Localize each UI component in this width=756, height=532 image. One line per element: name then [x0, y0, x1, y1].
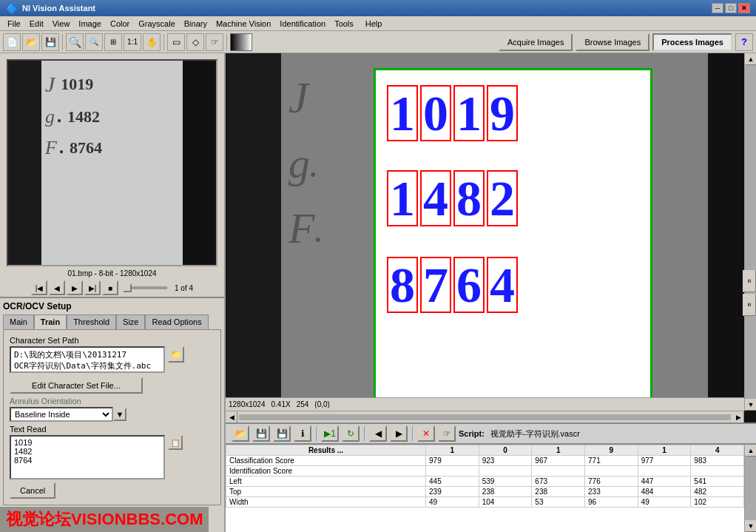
script-cursor-button[interactable]: ☞	[438, 425, 456, 442]
table-row: Identification Score	[226, 466, 744, 477]
menu-image[interactable]: Image	[74, 18, 106, 30]
digit-box-3-4: 4	[487, 257, 518, 313]
row-top-5: 484	[638, 487, 691, 497]
hand-tool[interactable]: ☞	[206, 33, 223, 51]
annulus-label: Annulus Orientation	[10, 397, 215, 405]
scroll-track[interactable]	[745, 65, 756, 399]
help-button[interactable]: ?	[735, 33, 753, 51]
tab-size[interactable]: Size	[116, 314, 145, 329]
tab-threshold[interactable]: Threshold	[67, 314, 116, 329]
results-scroll-down[interactable]: ▼	[745, 520, 756, 532]
cancel-button[interactable]: Cancel	[10, 482, 55, 499]
open-button[interactable]: 📂	[22, 33, 40, 51]
save-button[interactable]: 💾	[41, 33, 59, 51]
menu-edit[interactable]: Edit	[25, 18, 48, 30]
zoom-100-button[interactable]: 1:1	[124, 33, 141, 51]
color-selector[interactable]	[230, 33, 252, 51]
side-icon-top[interactable]: ≡	[743, 270, 756, 292]
nav-last-button[interactable]: ▶|	[84, 280, 101, 295]
side-letters: J g● F●	[288, 75, 321, 250]
script-bar: 📂 💾 💾 ℹ ▶1 ↻ ◀ ▶ ✕ ☞ Script: 视觉助手-字符识别.v…	[226, 422, 756, 443]
select-button[interactable]: ▭	[167, 33, 185, 51]
col-header-1: 1	[426, 445, 479, 456]
digit-box-2-1: 1	[387, 170, 418, 226]
menu-binary[interactable]: Binary	[180, 18, 212, 30]
polygon-button[interactable]: ◇	[186, 33, 204, 51]
results-scroll-up[interactable]: ▲	[745, 445, 756, 457]
h-scroll-track[interactable]	[239, 414, 731, 420]
menu-machine-vision[interactable]: Machine Vision	[212, 18, 275, 30]
script-forward-button[interactable]: ▶	[390, 425, 408, 442]
col-header-4: 9	[585, 445, 638, 456]
side-icon-bottom[interactable]: ≡	[743, 294, 756, 316]
script-save-button[interactable]: 💾	[252, 425, 270, 442]
zoom-level: 0.41X	[271, 400, 291, 408]
scroll-up-button[interactable]: ▲	[745, 53, 756, 65]
nav-stop-button[interactable]: ■	[102, 280, 118, 295]
menu-grayscale[interactable]: Grayscale	[134, 18, 180, 30]
row-top-2: 238	[479, 487, 532, 497]
menu-tools[interactable]: Tools	[330, 18, 358, 30]
thumbnail-content: J 1019 g ● 1482 F	[8, 61, 216, 265]
acquire-images-button[interactable]: Acquire Images	[499, 33, 573, 51]
menu-file[interactable]: File	[3, 18, 25, 30]
row-classification-label: Classification Score	[226, 456, 426, 466]
tab-read-options[interactable]: Read Options	[145, 314, 208, 329]
char-set-path-input[interactable]: D:\我的文档\项目\20131217 OCR字符识别\Data\字符集文件.a…	[10, 346, 165, 373]
process-images-button[interactable]: Process Images	[652, 33, 732, 51]
pan-button[interactable]: ✋	[143, 33, 161, 51]
zoom-in-button[interactable]: 🔍	[66, 33, 84, 51]
row-classification-6: 983	[691, 456, 744, 466]
scroll-down-button[interactable]: ▼	[745, 399, 756, 411]
coordinates: (0,0)	[314, 400, 330, 408]
close-button[interactable]: ✕	[738, 3, 750, 13]
menu-view[interactable]: View	[48, 18, 75, 30]
row-top-1: 239	[426, 487, 479, 497]
results-scroll-track[interactable]	[745, 457, 756, 520]
script-loop-button[interactable]: ↻	[342, 425, 360, 442]
scroll-left-button[interactable]: ◀	[226, 411, 237, 423]
app-icon: 🔷	[6, 3, 18, 14]
annulus-row: Baseline Inside Baseline Outside ▼	[10, 407, 215, 422]
script-back-button[interactable]: ◀	[369, 425, 387, 442]
script-info-button[interactable]: ℹ	[294, 425, 311, 442]
menu-color[interactable]: Color	[106, 18, 134, 30]
row-top-3: 238	[532, 487, 585, 497]
scroll-right-button[interactable]: ▶	[732, 411, 744, 423]
nav-slider-thumb[interactable]	[123, 283, 132, 292]
new-button[interactable]: 📄	[3, 33, 21, 51]
nav-prev-button[interactable]: ◀	[49, 280, 65, 295]
menu-help[interactable]: Help	[361, 18, 387, 30]
toolbar: 📄 📂 💾 🔍 🔍 ⊞ 1:1 ✋ ▭ ◇ ☞ Acquire Images B…	[0, 31, 756, 53]
window-controls: ─ □ ✕	[712, 3, 750, 13]
script-run-button[interactable]: ▶1	[321, 425, 339, 442]
text-copy-button[interactable]: 📋	[168, 435, 183, 450]
nav-first-button[interactable]: |◀	[31, 280, 47, 295]
row-identification-5	[638, 466, 691, 477]
col-header-6: 4	[691, 445, 744, 456]
minimize-button[interactable]: ─	[712, 3, 723, 13]
annulus-dropdown-arrow[interactable]: ▼	[113, 408, 126, 421]
browse-char-set-button[interactable]: 📁	[168, 346, 184, 363]
row-width-label: Width	[226, 497, 426, 508]
edit-char-set-button[interactable]: Edit Character Set File...	[10, 377, 143, 394]
digit-box-1-3: 1	[453, 85, 485, 141]
annulus-select[interactable]: Baseline Inside Baseline Outside	[10, 407, 113, 422]
digit-box-1-2: 0	[420, 85, 451, 141]
script-stop-button[interactable]: ✕	[417, 425, 435, 442]
col-header-3: 1	[532, 445, 585, 456]
script-saveas-button[interactable]: 💾	[273, 425, 291, 442]
tab-train[interactable]: Train	[34, 314, 67, 329]
maximize-button[interactable]: □	[725, 3, 737, 13]
menu-identification[interactable]: Identification	[275, 18, 330, 30]
browse-images-button[interactable]: Browse Images	[576, 33, 649, 51]
digit-box-3-1: 8	[387, 257, 418, 313]
side-panel-icons: ≡ ≡	[743, 270, 756, 316]
nav-next-button[interactable]: ▶	[67, 280, 83, 295]
script-label: Script:	[459, 429, 485, 438]
tab-main[interactable]: Main	[3, 314, 34, 329]
zoom-fit-button[interactable]: ⊞	[104, 33, 122, 51]
results-table: Results ... 1 0 1 9 1 4 Classification S…	[226, 445, 744, 532]
script-open-button[interactable]: 📂	[232, 425, 249, 442]
zoom-out-button[interactable]: 🔍	[85, 33, 103, 51]
